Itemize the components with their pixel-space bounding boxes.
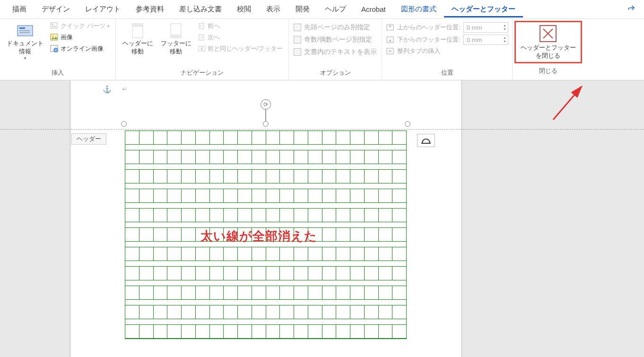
go-footer-label: フッターに 移動 — [161, 40, 191, 56]
align-tab-button[interactable]: 整列タブの挿入 — [386, 46, 508, 56]
header-boundary — [0, 129, 644, 130]
callout-arrow — [548, 82, 596, 124]
header-pos-icon — [386, 24, 394, 31]
svg-rect-3 — [19, 32, 30, 33]
doc-info-icon — [16, 23, 35, 39]
prev-button[interactable]: 前へ — [196, 21, 285, 31]
selection-handle[interactable] — [121, 121, 127, 127]
svg-rect-5 — [52, 24, 53, 25]
layout-options-button[interactable] — [417, 134, 435, 147]
footer-pos-input[interactable] — [464, 36, 502, 44]
tab-layout[interactable]: レイアウト — [78, 1, 128, 17]
show-text-checkbox[interactable]: 文書内のテキストを表示 — [293, 46, 378, 58]
annotation-text: 太い線が全部消えた — [200, 228, 317, 244]
tab-draw[interactable]: 描画 — [5, 1, 34, 17]
group-navigation: ヘッダーに 移動 フッターに 移動 前へ 次へ 前と同じヘッダー/フッター — [116, 19, 289, 80]
header-position-row: 上からのヘッダー位置: ▲▼ — [386, 22, 508, 33]
doc-info-label: ドキュメント 情報 — [7, 40, 44, 56]
anchor-icon: ⚓ — [103, 85, 112, 94]
svg-rect-6 — [52, 26, 56, 27]
image-icon — [50, 34, 59, 41]
align-tab-label: 整列タブの挿入 — [397, 47, 440, 55]
close-icon — [540, 25, 557, 42]
group-close-label: 閉じる — [514, 65, 582, 78]
tab-design[interactable]: デザイン — [34, 1, 78, 17]
close-hf-label: ヘッダーとフッター を閉じる — [521, 44, 576, 60]
svg-rect-24 — [421, 143, 431, 144]
tab-references[interactable]: 参考資料 — [128, 1, 172, 17]
same-as-prev-label: 前と同じヘッダー/フッター — [208, 44, 283, 53]
selection-handle[interactable] — [405, 121, 410, 127]
first-page-checkbox[interactable]: 先頭ページのみ別指定 — [293, 22, 378, 33]
tab-help[interactable]: ヘルプ — [317, 1, 354, 17]
checkbox-icon — [294, 24, 301, 31]
rotate-handle[interactable]: ⟳ — [261, 99, 271, 110]
spin-up-icon[interactable]: ▲ — [502, 36, 508, 40]
svg-rect-1 — [19, 27, 25, 29]
footer-pos-label: 下からのフッター位置: — [397, 35, 461, 44]
link-icon — [198, 45, 206, 52]
online-image-label: オンライン画像 — [61, 44, 104, 53]
svg-rect-7 — [51, 34, 58, 40]
online-image-button[interactable]: オンライン画像 — [48, 44, 112, 54]
go-header-icon — [131, 23, 145, 39]
spin-down-icon[interactable]: ▼ — [502, 27, 508, 31]
group-close: ヘッダーとフッター を閉じる 閉じる — [513, 19, 584, 80]
svg-point-8 — [52, 35, 54, 37]
paragraph-mark-icon: ↵ — [122, 86, 127, 93]
group-position-label: 位置 — [386, 67, 508, 80]
tab-acrobat[interactable]: Acrobat — [354, 1, 393, 17]
svg-rect-16 — [199, 35, 204, 40]
checkbox-icon — [294, 36, 301, 44]
next-label: 次へ — [208, 33, 220, 42]
quick-parts-label: クイック パーツ — [61, 22, 105, 30]
next-button[interactable]: 次へ — [196, 32, 285, 43]
svg-line-25 — [553, 87, 582, 120]
tab-header-footer[interactable]: ヘッダーとフッター — [444, 1, 523, 17]
prev-icon — [198, 23, 206, 29]
group-options: 先頭ページのみ別指定 奇数/偶数ページ別指定 文書内のテキストを表示 オプション — [289, 19, 382, 80]
spin-down-icon[interactable]: ▼ — [502, 40, 508, 44]
online-image-icon — [50, 45, 59, 52]
quick-parts-icon — [50, 22, 59, 30]
ribbon: ドキュメント 情報 ▾ クイック パーツ ▾ 画像 オンライン画像 挿 — [0, 19, 644, 80]
tab-bar: 描画 デザイン レイアウト 参考資料 差し込み文書 校閲 表示 開発 ヘルプ A… — [0, 0, 644, 19]
header-pos-spinner[interactable]: ▲▼ — [463, 22, 508, 33]
svg-rect-4 — [51, 23, 57, 28]
quick-parts-button[interactable]: クイック パーツ ▾ — [48, 21, 112, 31]
spin-up-icon[interactable]: ▲ — [502, 24, 508, 27]
tab-shape-format[interactable]: 図形の書式 — [393, 1, 444, 17]
rotate-stem — [265, 109, 266, 122]
tab-developer[interactable]: 開発 — [288, 1, 317, 17]
svg-rect-12 — [132, 24, 143, 27]
tab-view[interactable]: 表示 — [259, 1, 288, 17]
checkbox-icon — [294, 48, 301, 56]
tab-review[interactable]: 校閲 — [229, 1, 259, 17]
group-insert-label: 挿入 — [4, 67, 112, 80]
selection-handle[interactable] — [263, 121, 269, 127]
next-icon — [198, 34, 206, 41]
go-footer-button[interactable]: フッターに 移動 — [158, 21, 194, 58]
go-header-label: ヘッダーに 移動 — [122, 40, 153, 56]
group-options-label: オプション — [293, 67, 378, 80]
image-button[interactable]: 画像 — [48, 32, 112, 43]
same-as-prev-button[interactable]: 前と同じヘッダー/フッター — [196, 44, 285, 54]
image-label: 画像 — [61, 33, 73, 42]
show-text-label: 文書内のテキストを表示 — [304, 48, 377, 56]
odd-even-checkbox[interactable]: 奇数/偶数ページ別指定 — [293, 34, 378, 45]
first-page-label: 先頭ページのみ別指定 — [304, 23, 370, 32]
go-footer-icon — [169, 23, 183, 39]
doc-info-button[interactable]: ドキュメント 情報 ▾ — [4, 21, 46, 62]
footer-pos-spinner[interactable]: ▲▼ — [463, 35, 508, 45]
close-header-footer-button[interactable]: ヘッダーとフッター を閉じる — [514, 21, 582, 63]
header-pos-input[interactable] — [464, 24, 502, 31]
group-nav-label: ナビゲーション — [120, 67, 285, 80]
group-insert: ドキュメント 情報 ▾ クイック パーツ ▾ 画像 オンライン画像 挿 — [0, 19, 116, 80]
svg-rect-14 — [171, 35, 181, 38]
go-header-button[interactable]: ヘッダーに 移動 — [120, 21, 156, 58]
share-button[interactable] — [623, 2, 639, 17]
document-area[interactable]: ⚓ ↵ ⟳ ヘッダー 太い線が全部消えた — [0, 80, 644, 357]
tab-mailings[interactable]: 差し込み文書 — [172, 1, 229, 17]
header-pos-label: 上からのヘッダー位置: — [397, 23, 461, 32]
odd-even-label: 奇数/偶数ページ別指定 — [304, 35, 372, 44]
